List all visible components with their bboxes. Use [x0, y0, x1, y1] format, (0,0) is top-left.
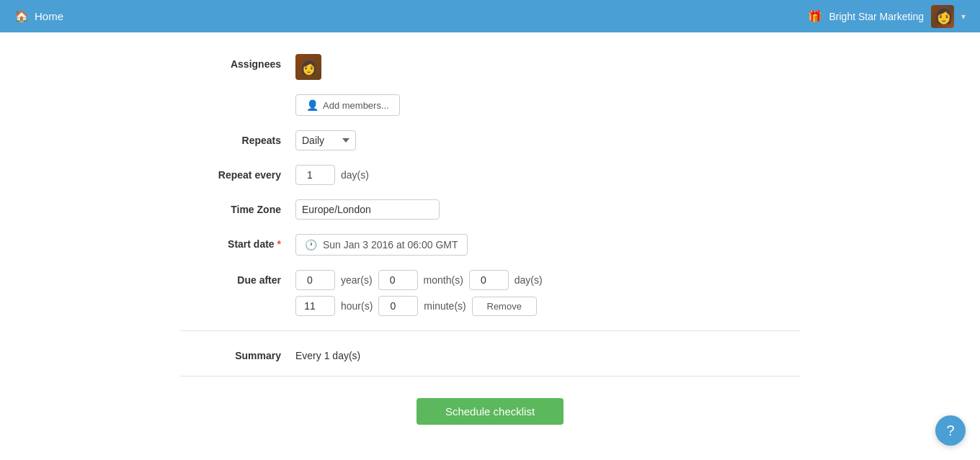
- timezone-input[interactable]: [295, 199, 440, 220]
- avatar[interactable]: [931, 5, 954, 28]
- repeats-content: Daily Weekly Monthly Yearly: [295, 130, 356, 150]
- repeat-every-label: Repeat every: [180, 165, 295, 181]
- start-date-row: Start date * 🕐 Sun Jan 3 2016 at 06:00 G…: [180, 234, 800, 256]
- summary-label: Summary: [180, 346, 295, 361]
- due-hours-unit: hour(s): [341, 300, 373, 312]
- repeat-every-unit: day(s): [341, 169, 369, 181]
- repeat-every-row: Repeat every day(s): [180, 165, 800, 185]
- add-members-spacer: [180, 94, 295, 99]
- header: 🏠 Home 🎁 Bright Star Marketing ▾: [0, 0, 980, 32]
- divider-1: [180, 330, 800, 331]
- due-months-input[interactable]: [378, 270, 418, 290]
- due-months-unit: month(s): [424, 274, 463, 286]
- add-members-button[interactable]: 👤 Add members...: [295, 94, 400, 116]
- due-after-row: Due after year(s) month(s) day(s) hour(s…: [180, 270, 800, 316]
- chat-bubble[interactable]: ?: [935, 415, 966, 446]
- repeats-label: Repeats: [180, 130, 295, 146]
- gift-icon: 🎁: [808, 9, 822, 23]
- timezone-row: Time Zone: [180, 199, 800, 220]
- start-date-value: Sun Jan 3 2016 at 06:00 GMT: [323, 239, 458, 251]
- add-members-content: 👤 Add members...: [295, 94, 400, 116]
- user-dropdown-arrow[interactable]: ▾: [961, 12, 966, 22]
- due-years-input[interactable]: [295, 270, 335, 290]
- due-minutes-input[interactable]: [378, 296, 418, 316]
- add-members-label: Add members...: [323, 100, 389, 111]
- summary-value: Every 1 day(s): [295, 346, 360, 361]
- schedule-btn-row: Schedule checklist: [180, 398, 800, 425]
- home-link[interactable]: Home: [35, 10, 63, 22]
- due-days-unit: day(s): [514, 274, 543, 286]
- header-right: 🎁 Bright Star Marketing ▾: [808, 5, 966, 28]
- due-after-row-1: year(s) month(s) day(s): [295, 270, 543, 290]
- repeats-select[interactable]: Daily Weekly Monthly Yearly: [295, 130, 356, 150]
- due-years-unit: year(s): [341, 274, 373, 286]
- repeat-every-input[interactable]: [295, 165, 335, 185]
- timezone-content: [295, 199, 440, 220]
- header-left: 🏠 Home: [14, 9, 63, 23]
- due-after-grid: year(s) month(s) day(s) hour(s) minute(s…: [295, 270, 543, 316]
- repeat-every-content: day(s): [295, 165, 369, 185]
- schedule-button[interactable]: Schedule checklist: [416, 398, 564, 425]
- chat-icon: ?: [946, 423, 954, 439]
- add-members-row: 👤 Add members...: [180, 94, 800, 116]
- timezone-label: Time Zone: [180, 199, 295, 215]
- due-days-input[interactable]: [469, 270, 509, 290]
- start-date-field[interactable]: 🕐 Sun Jan 3 2016 at 06:00 GMT: [295, 234, 468, 256]
- start-date-content: 🕐 Sun Jan 3 2016 at 06:00 GMT: [295, 234, 468, 256]
- assignees-content: 👩: [295, 54, 321, 80]
- repeats-row: Repeats Daily Weekly Monthly Yearly: [180, 130, 800, 150]
- assignee-avatar: 👩: [295, 54, 321, 80]
- due-hours-input[interactable]: [295, 296, 335, 316]
- remove-button[interactable]: Remove: [472, 297, 537, 316]
- required-star: *: [277, 238, 281, 250]
- clock-icon: 🕐: [305, 239, 317, 251]
- summary-row: Summary Every 1 day(s): [180, 346, 800, 361]
- assignees-label: Assignees: [180, 54, 295, 70]
- due-after-row-2: hour(s) minute(s) Remove: [295, 296, 543, 316]
- due-minutes-unit: minute(s): [424, 300, 466, 312]
- person-icon: 👤: [306, 99, 318, 111]
- main-content: Assignees 👩 👤 Add members... Repeats Dai…: [166, 32, 814, 460]
- assignees-row: Assignees 👩: [180, 54, 800, 80]
- due-after-label: Due after: [180, 270, 295, 286]
- divider-2: [180, 376, 800, 376]
- home-icon: 🏠: [14, 9, 29, 23]
- company-name: Bright Star Marketing: [829, 11, 925, 22]
- start-date-label: Start date *: [180, 234, 295, 250]
